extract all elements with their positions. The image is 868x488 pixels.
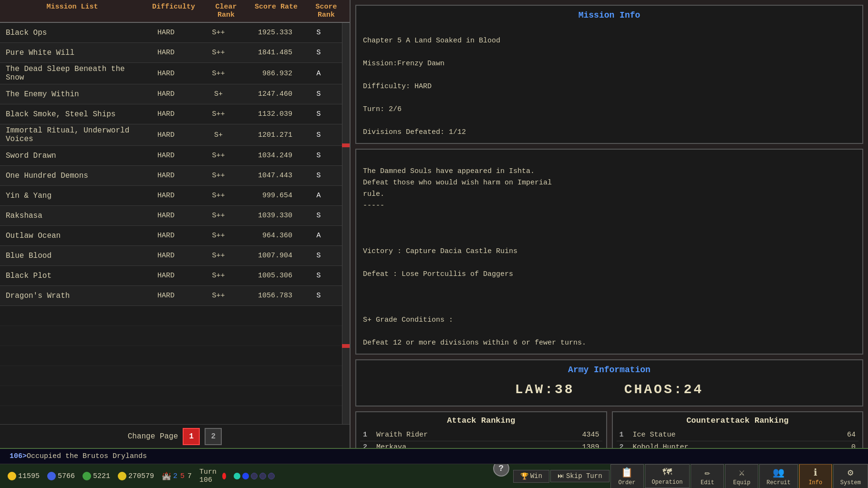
mission-name: Black Smoke, Steel Ships (2, 110, 135, 119)
mission-info-title: Mission Info (363, 10, 856, 20)
table-row[interactable]: Black Plot HARD S++ 1005.306 S (0, 266, 342, 286)
yellow-resource: 270579 (118, 472, 154, 480)
yellow-icon (118, 472, 126, 480)
system-label: System (840, 479, 861, 486)
page-navigation: Change Page 1 2 (0, 424, 350, 448)
table-row[interactable]: Blue Blood HARD S++ 1007.904 S (0, 246, 342, 266)
recruit-label: Recruit (766, 479, 790, 486)
mission-clear-rank: S++ (197, 70, 240, 78)
green-resource: 5221 (83, 472, 110, 480)
gold-icon (8, 472, 16, 480)
system-button[interactable]: ⚙ System (833, 464, 868, 488)
dot-4 (259, 473, 266, 479)
table-row[interactable]: One Hundred Demons HARD S++ 1047.443 S (0, 166, 342, 186)
edit-button[interactable]: ✏ Edit (691, 464, 724, 488)
mission-divisions: Divisions Defeated: 1/12 (363, 128, 466, 136)
order-label: Order (619, 479, 636, 486)
table-row[interactable]: Immortal Ritual, Underworld Voices HARD … (0, 124, 342, 146)
recruit-icon: 👥 (773, 467, 785, 478)
mission-name: Black Ops (2, 29, 135, 37)
order-icon: 📋 (621, 467, 633, 478)
operation-icon: 🗺 (662, 467, 672, 478)
dot-2 (242, 473, 249, 479)
counterattack-ranking-title: Counterattack Ranking (617, 416, 859, 425)
mission-difficulty: HARD (135, 110, 197, 118)
table-row[interactable]: The Enemy Within HARD S+ 1247.460 S (0, 84, 342, 104)
table-row[interactable]: Pure White Will HARD S++ 1841.485 S (0, 43, 342, 63)
table-row[interactable]: Yin & Yang HARD S++ 999.654 A (0, 186, 342, 206)
table-row[interactable]: The Dead Sleep Beneath the Snow HARD S++… (0, 63, 342, 84)
mission-clear-rank: S+ (197, 90, 240, 98)
mission-rows-container: Black Ops HARD S++ 1925.333 S Pure White… (0, 23, 342, 424)
order-button[interactable]: 📋 Order (610, 464, 644, 488)
table-row[interactable]: Outlaw Ocean HARD S++ 964.360 A (0, 226, 342, 246)
table-row-empty (0, 366, 342, 386)
skip-icon: ⏭ (558, 472, 564, 480)
mission-clear-rank: S++ (197, 212, 240, 220)
mission-score-rank: S (297, 49, 340, 57)
mission-defeat: Defeat : Lose Portcullis of Daggers (363, 270, 513, 278)
mission-clear-rank: S++ (197, 29, 240, 37)
mission-chapter: Chapter 5 A Land Soaked in Blood (363, 37, 500, 45)
dot-1 (234, 473, 240, 479)
yellow-value: 270579 (128, 472, 154, 480)
page-2-button[interactable]: 2 (205, 428, 222, 445)
col-score-rate: Score Rate (248, 3, 305, 19)
mission-name: Pure White Will (2, 49, 135, 57)
mission-difficulty: HARD (135, 172, 197, 180)
scrollbar[interactable] (342, 23, 350, 424)
skip-turn-button[interactable]: ⏭ Skip Turn (550, 470, 610, 482)
recruit-button[interactable]: 👥 Recruit (759, 464, 797, 488)
mission-difficulty: HARD (135, 29, 197, 37)
mission-score-rate: 1841.485 (240, 49, 297, 57)
change-page-label: Change Page (128, 432, 178, 441)
win-button[interactable]: 🏆 Win (513, 470, 549, 483)
mission-score-rank: S (297, 90, 340, 98)
skip-label: Skip Turn (566, 472, 602, 480)
mission-score-rank: S (297, 152, 340, 160)
table-row-empty (0, 346, 342, 366)
mission-name: Black Plot (2, 272, 135, 280)
equip-button[interactable]: ⚔ Equip (725, 464, 758, 488)
mission-score-rank: A (297, 192, 340, 200)
army-info-title: Army Information (363, 365, 856, 375)
mission-difficulty: HARD (135, 272, 197, 280)
mission-score-rate: 1047.443 (240, 172, 297, 180)
table-row-empty (0, 326, 342, 346)
col-clear-rank: ClearRank (205, 3, 248, 19)
fort-val-3: 7 (187, 472, 192, 480)
mission-difficulty: Difficulty: HARD (363, 82, 432, 91)
mission-difficulty: HARD (135, 90, 197, 98)
fort-icon: 🏰 (162, 471, 171, 481)
col-mission-name: Mission List (2, 3, 143, 19)
mission-score-rate: 986.932 (240, 70, 297, 78)
edit-icon: ✏ (704, 467, 710, 478)
page-1-button[interactable]: 1 (183, 428, 200, 445)
army-info-box: Army Information LAW:38 CHAOS:24 (355, 359, 863, 407)
mission-difficulty: HARD (135, 70, 197, 78)
blue-icon (47, 472, 56, 480)
table-row-empty (0, 306, 342, 326)
mission-name: Sword Drawn (2, 152, 135, 160)
fort-resource: 🏰 2 5 7 (162, 471, 192, 481)
col-difficulty: Difficulty (143, 3, 205, 19)
green-value: 5221 (93, 472, 110, 480)
mission-score-rate: 999.654 (240, 192, 297, 200)
mission-score-rank: S (297, 252, 340, 260)
info-panel: Mission Info Chapter 5 A Land Soaked in … (351, 0, 868, 448)
info-label: Info (808, 479, 822, 486)
info-button[interactable]: ℹ Info (799, 464, 832, 488)
law-value: LAW:38 (515, 382, 575, 397)
table-row[interactable]: Black Ops HARD S++ 1925.333 S (0, 23, 342, 43)
table-row[interactable]: Black Smoke, Steel Ships HARD S++ 1132.0… (0, 104, 342, 124)
turn-label: Turn 106 (199, 468, 219, 484)
dots-row (234, 473, 275, 479)
info-icon: ℹ (814, 467, 817, 478)
table-row[interactable]: Sword Drawn HARD S++ 1034.249 S (0, 146, 342, 166)
operation-button[interactable]: 🗺 Operation (645, 464, 690, 488)
table-row[interactable]: Rakshasa HARD S++ 1039.330 S (0, 206, 342, 226)
list-item: 1 Ice Statue 64 (617, 429, 859, 441)
table-row[interactable]: Dragon's Wrath HARD S++ 1056.783 S (0, 286, 342, 306)
mission-clear-rank: S++ (197, 252, 240, 260)
mission-name: Immortal Ritual, Underworld Voices (2, 126, 135, 143)
